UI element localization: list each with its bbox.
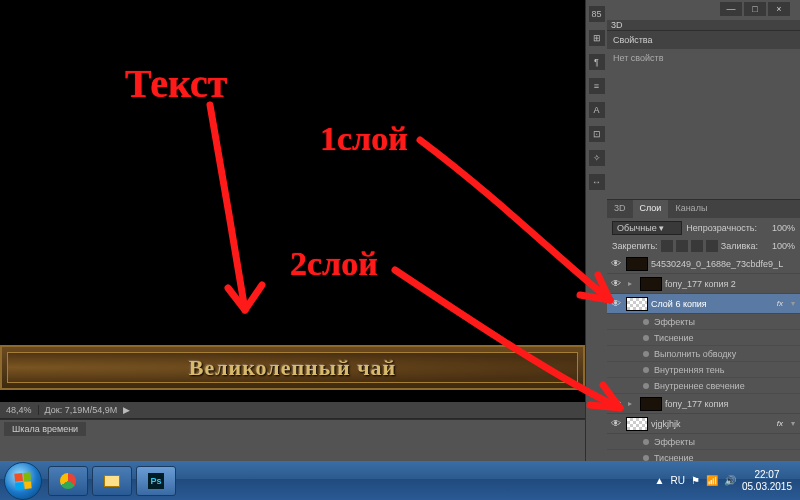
annotation-layer2: 2слой: [290, 245, 378, 283]
tray-up-icon[interactable]: ▲: [655, 475, 665, 486]
annotation-layer1: 1слой: [320, 120, 408, 158]
tray-action-icon[interactable]: ⚑: [691, 475, 700, 486]
start-button[interactable]: [4, 462, 42, 500]
tray-lang[interactable]: RU: [670, 475, 684, 486]
task-chrome[interactable]: [48, 466, 88, 496]
windows-logo-icon: [14, 472, 31, 489]
taskbar: Ps ▲ RU ⚑ 📶 🔊 22:07 05.03.2015: [0, 461, 800, 500]
task-photoshop[interactable]: Ps: [136, 466, 176, 496]
annotation-text: Текст: [125, 60, 227, 107]
tray-network-icon[interactable]: 📶: [706, 475, 718, 486]
tray-clock[interactable]: 22:07 05.03.2015: [742, 469, 792, 493]
system-tray: ▲ RU ⚑ 📶 🔊 22:07 05.03.2015: [655, 469, 800, 493]
task-explorer[interactable]: [92, 466, 132, 496]
tray-volume-icon[interactable]: 🔊: [724, 475, 736, 486]
annotation-arrows: [0, 0, 800, 461]
